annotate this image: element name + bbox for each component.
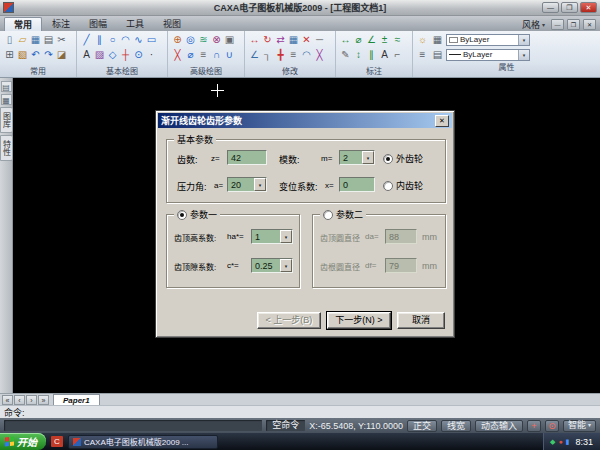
layers-icon[interactable]: ≡ — [416, 47, 429, 62]
param-two-radio[interactable]: 参数二 — [320, 208, 366, 221]
left-panel-tab-properties[interactable]: 特性 — [0, 135, 13, 161]
corner-icon[interactable]: ┐ — [261, 47, 274, 62]
centerline-icon[interactable]: ┼ — [119, 47, 132, 62]
wheel-icon[interactable]: ⊕ — [171, 32, 184, 47]
shift-coeff-input[interactable]: 0 — [339, 177, 375, 192]
table-icon[interactable]: ≡ — [197, 47, 210, 62]
mdi-close-icon[interactable]: ✕ — [583, 19, 596, 30]
vertical-dim-icon[interactable]: ↕ — [352, 47, 365, 62]
trim-icon[interactable]: ╳ — [313, 47, 326, 62]
cross-icon[interactable]: ╳ — [171, 47, 184, 62]
sheet-tab-paper1[interactable]: Paper1 — [53, 394, 100, 405]
circle-icon[interactable]: ○ — [106, 32, 119, 47]
spline-icon[interactable]: ∿ — [132, 32, 145, 47]
angle-dim-icon[interactable]: ∠ — [365, 32, 378, 47]
array-icon[interactable]: ▦ — [287, 32, 300, 47]
layer-on-icon[interactable]: ☼ — [416, 32, 429, 47]
delete-icon[interactable]: ✕ — [300, 32, 313, 47]
print-icon[interactable]: ▤ — [42, 32, 55, 47]
undo-icon[interactable]: ↶ — [29, 47, 42, 62]
diameter-dim-icon[interactable]: ⌀ — [352, 32, 365, 47]
视图[interactable]: 视图 — [154, 17, 190, 31]
new-file-icon[interactable]: ▯ — [3, 32, 16, 47]
dimension-icon[interactable]: ↔ — [339, 32, 352, 47]
concentric-icon[interactable]: ◎ — [184, 32, 197, 47]
text-icon[interactable]: A — [80, 47, 93, 62]
layer-settings-icon[interactable]: ▦ — [431, 32, 444, 47]
fillet-icon[interactable]: ◠ — [300, 47, 313, 62]
snap-target-icon[interactable]: ⊙ — [545, 420, 559, 432]
标注[interactable]: 标注 — [43, 17, 79, 31]
param-one-radio[interactable]: 参数一 — [174, 208, 220, 221]
move-icon[interactable]: ↔ — [248, 32, 261, 47]
wave-icon[interactable]: ≋ — [197, 32, 210, 47]
sheet-nav-button[interactable]: » — [38, 395, 49, 405]
status-toggle-button[interactable]: 动态输入 — [475, 420, 523, 432]
pressure-angle-combo[interactable]: 20 ▾ — [227, 177, 267, 192]
start-button[interactable]: 开始 — [0, 433, 46, 450]
open-file-icon[interactable]: ▱ — [16, 32, 29, 47]
internal-gear-radio[interactable]: 内齿轮 — [383, 179, 423, 192]
curve-icon[interactable]: ∪ — [223, 47, 236, 62]
diameter-icon[interactable]: ⌀ — [184, 47, 197, 62]
parallel-line-icon[interactable]: ∥ — [93, 32, 106, 47]
常用[interactable]: 常用 — [4, 17, 42, 31]
match-properties-icon[interactable]: ▤ — [431, 47, 444, 62]
chevron-down-icon[interactable]: ▾ — [518, 35, 529, 45]
arc-icon[interactable]: ◠ — [119, 32, 132, 47]
style-menu-button[interactable]: 风格 ▾ — [519, 18, 548, 31]
block-icon[interactable]: ▣ — [223, 32, 236, 47]
save-icon[interactable]: ▦ — [29, 32, 42, 47]
point-icon[interactable]: · — [145, 47, 158, 62]
sheet-nav-button[interactable]: › — [26, 395, 37, 405]
leader-icon[interactable]: ⌐ — [391, 47, 404, 62]
rotate-icon[interactable]: ↻ — [261, 32, 274, 47]
left-panel-tab-library[interactable]: 图库 — [0, 107, 13, 133]
next-button[interactable]: 下一步(N) > — [327, 312, 391, 329]
tray-antivirus-icon[interactable]: ◆ — [550, 437, 555, 447]
sheet-nav-button[interactable]: « — [2, 395, 13, 405]
linetype-bylayer-combo[interactable]: ByLayer ▾ — [446, 49, 530, 61]
paste-icon[interactable]: ▧ — [16, 47, 29, 62]
图幅[interactable]: 图幅 — [80, 17, 116, 31]
chevron-down-icon[interactable]: ▾ — [518, 50, 529, 60]
edit-dim-icon[interactable]: ✎ — [339, 47, 352, 62]
tray-network-icon[interactable]: ▮ — [566, 437, 570, 447]
snap-mode-button[interactable]: 智能 ▾ — [563, 420, 596, 432]
mdi-restore-icon[interactable]: ❐ — [567, 19, 580, 30]
color-bylayer-combo[interactable]: ByLayer ▾ — [446, 34, 530, 46]
gear-draw-icon[interactable]: ⊗ — [210, 32, 223, 47]
contour-icon[interactable]: ∩ — [210, 47, 223, 62]
ellipse-icon[interactable]: ⊙ — [132, 47, 145, 62]
mdi-minimize-icon[interactable]: — — [551, 19, 564, 30]
taskbar-item-caxa[interactable]: CAXA电子图板机械版2009 ... — [68, 435, 218, 449]
mirror-icon[interactable]: ⇄ — [274, 32, 287, 47]
quick-launch-icon[interactable]: C — [51, 436, 63, 447]
roughness-icon[interactable]: ≈ — [391, 32, 404, 47]
cut-icon[interactable]: ✂ — [55, 32, 68, 47]
dialog-title-bar[interactable]: 渐开线齿轮齿形参数 ✕ — [158, 113, 452, 128]
snap-point-icon[interactable]: + — [527, 420, 541, 432]
break-icon[interactable]: ╋ — [274, 47, 287, 62]
tolerance-icon[interactable]: ± — [378, 32, 391, 47]
close-icon[interactable]: ✕ — [580, 2, 597, 13]
format-brush-icon[interactable]: ◪ — [55, 47, 68, 62]
status-toggle-button[interactable]: 正交 — [407, 420, 437, 432]
chamfer-icon[interactable]: ∠ — [248, 47, 261, 62]
explode-icon[interactable]: ≡ — [287, 47, 300, 62]
status-toggle-button[interactable]: 线宽 — [441, 420, 471, 432]
drawing-canvas[interactable]: 渐开线齿轮齿形参数 ✕ 基本参数 齿数: z= 42 模数: m= 2 — [13, 78, 600, 393]
maximize-icon[interactable]: ❐ — [561, 2, 578, 13]
cancel-button[interactable]: 取消 — [397, 312, 445, 329]
parallel-dim-icon[interactable]: ∥ — [365, 47, 378, 62]
polygon-icon[interactable]: ◇ — [106, 47, 119, 62]
module-combo[interactable]: 2 ▾ — [339, 150, 375, 165]
command-line[interactable]: 命令: — [0, 405, 600, 418]
external-gear-radio[interactable]: 外齿轮 — [383, 152, 423, 165]
line-icon[interactable]: ╱ — [80, 32, 93, 47]
chevron-down-icon[interactable]: ▾ — [254, 178, 266, 191]
copy-icon[interactable]: ⊞ — [3, 47, 16, 62]
minimize-icon[interactable]: — — [542, 2, 559, 13]
chevron-down-icon[interactable]: ▾ — [362, 151, 374, 164]
chevron-down-icon[interactable]: ▾ — [280, 259, 292, 272]
